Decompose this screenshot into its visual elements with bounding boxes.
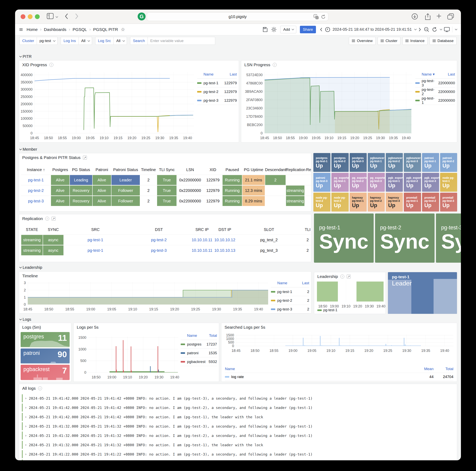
table-link[interactable]: 10.10.10.13: [213, 245, 236, 256]
breadcrumb-pgsql[interactable]: PGSQL: [73, 27, 87, 32]
downloads-icon[interactable]: [411, 13, 418, 20]
log-line[interactable]: ›2024-05-21 19:41:42.000 2024-05-21 19:4…: [22, 413, 454, 421]
sidebar-chevron-icon[interactable]: [55, 15, 57, 19]
view-database-button[interactable]: Database: [430, 37, 457, 45]
search-input[interactable]: [148, 37, 215, 45]
info-icon[interactable]: i: [38, 386, 42, 390]
clock-icon[interactable]: [325, 27, 330, 32]
table-link[interactable]: 10.10.10.12: [213, 235, 236, 245]
status-tile[interactable]: postgres pg-test-2Up: [331, 153, 348, 172]
table-row[interactable]: pg-test-2AliveRecoveryAliveFollower2True…: [21, 185, 311, 196]
time-forward-icon[interactable]: [418, 27, 422, 32]
log-ins-variable-label[interactable]: Log Ins: [61, 37, 79, 45]
legend-item[interactable]: pg-test-22: [271, 296, 309, 305]
log-src-variable-select[interactable]: All: [114, 37, 127, 45]
section-logs[interactable]: Logs: [19, 317, 31, 322]
forward-icon[interactable]: [75, 13, 79, 19]
log-line[interactable]: ›2024-05-21 19:41:42.000 2024-05-21 19:4…: [22, 394, 454, 402]
external-link-icon[interactable]: ↗: [83, 156, 87, 160]
legend-item[interactable]: pg-test-122000000: [415, 96, 455, 105]
favorite-star-icon[interactable]: ☆: [121, 27, 125, 32]
log-line[interactable]: ›2024-05-21 19:41:42.000 2024-05-21 19:4…: [22, 404, 454, 411]
table-link[interactable]: pg-test-2: [127, 235, 191, 245]
back-icon[interactable]: [64, 13, 69, 19]
log-src-variable-label[interactable]: Log Src: [95, 37, 114, 45]
table-link[interactable]: 10.10.10.11: [191, 245, 213, 256]
searched-logs-chart[interactable]: 18:4518:5018:5519:0019:0519:1019:1519:20…: [221, 325, 457, 364]
tab-overview-icon[interactable]: [447, 13, 454, 20]
status-tile[interactable]: haproxy pg-test-3Up: [386, 193, 403, 211]
legend-item[interactable]: postgres17237: [181, 340, 217, 349]
status-tile[interactable]: promtail pg-test-3Up: [440, 193, 457, 211]
leadership-chart[interactable]: 18:5019:0019:1019:2019:3019:40: [314, 272, 386, 314]
status-tile[interactable]: postgres pg-test-1Up: [313, 153, 330, 172]
log-line[interactable]: ›2024-05-21 19:41:32.000 2024-05-21 19:4…: [22, 432, 454, 439]
log-ins-variable-select[interactable]: All: [79, 37, 92, 45]
zoom-out-icon[interactable]: [424, 27, 429, 32]
sidebar-icon[interactable]: [47, 13, 53, 19]
status-tile[interactable]: pgb_exporter pg-test-2Up: [404, 173, 421, 192]
table-link[interactable]: pg-test-3: [21, 196, 51, 206]
legend-item[interactable]: pg-test-3122979: [197, 96, 237, 105]
view-instance-button[interactable]: Instance: [402, 37, 428, 45]
traffic-light-minimize[interactable]: [28, 14, 33, 19]
status-tile[interactable]: promtail pg-test-2Up: [422, 193, 439, 211]
add-button[interactable]: Add: [280, 26, 296, 33]
time-range[interactable]: 2024-05-21 18:44:47 to 2024-05-21 19:41:…: [333, 27, 412, 32]
legend-header[interactable]: NameLast: [197, 70, 237, 79]
status-tile[interactable]: patroni pg-test-3Up: [313, 173, 330, 192]
status-tile[interactable]: pgbouncer pg-test-2Up: [386, 153, 403, 172]
share-icon[interactable]: [425, 13, 431, 20]
menu-icon[interactable]: [19, 28, 23, 31]
sync-panel[interactable]: pg-test-3Sync: [436, 213, 461, 263]
status-tile[interactable]: node pg-test-1Up: [440, 173, 457, 192]
status-tile[interactable]: patroni pg-test-2Up: [440, 153, 457, 172]
sync-panel[interactable]: pg-test-2Sync: [375, 213, 435, 263]
time-back-icon[interactable]: [320, 27, 323, 32]
status-tile[interactable]: node pg-test-3Up: [331, 193, 348, 211]
cluster-variable-select[interactable]: pg-test: [37, 37, 57, 45]
search-variable-label[interactable]: Search: [130, 37, 148, 45]
translate-icon[interactable]: A文: [314, 14, 319, 19]
view-cluster-button[interactable]: Cluster: [378, 37, 400, 45]
status-tile[interactable]: pgb_exporter pg-test-3Up: [422, 173, 439, 192]
external-link-icon[interactable]: ↗: [51, 217, 55, 221]
view-overview-button[interactable]: Overview: [349, 37, 375, 45]
legend-item[interactable]: pgbackrest5932: [181, 357, 217, 366]
log-stat-tile[interactable]: pgbackrest7: [21, 365, 70, 380]
time-range-chevron-icon[interactable]: [414, 28, 417, 30]
log-stat-tile[interactable]: postgres11: [21, 332, 70, 347]
share-button[interactable]: Share: [300, 26, 316, 33]
log-line[interactable]: ›2024-05-21 19:41:32.000 2024-05-21 19:4…: [22, 422, 454, 430]
settings-gear-icon[interactable]: [271, 27, 277, 32]
status-tile[interactable]: pg_exporter pg-test-3Up: [368, 173, 385, 192]
section-member[interactable]: Member: [19, 147, 37, 152]
timeline-chart[interactable]: 18:4518:5018:5519:0019:0519:1019:1519:20…: [19, 272, 311, 313]
status-tile[interactable]: pgbouncer pg-test-3Up: [404, 153, 421, 172]
traffic-light-close[interactable]: [21, 14, 25, 19]
legend-item[interactable]: pg-test-12: [271, 287, 309, 296]
grammarly-extension-icon[interactable]: G: [138, 13, 146, 20]
table-link[interactable]: 10.10.10.11: [191, 235, 213, 245]
refresh-interval-chevron-icon[interactable]: [440, 28, 442, 30]
legend-item[interactable]: pg-test-1122979: [197, 79, 237, 87]
legend-item[interactable]: pg-test-222000000: [415, 87, 455, 96]
status-tile[interactable]: patroni pg-test-1Up: [422, 153, 439, 172]
collapse-header-chevron-icon[interactable]: [455, 28, 457, 30]
log-line[interactable]: ›2024-05-21 19:41:22.000 2024-05-21 19:4…: [22, 459, 454, 460]
save-dashboard-icon[interactable]: [262, 27, 268, 32]
table-row[interactable]: streamingasyncpg-test-1pg-test-210.10.10…: [21, 234, 311, 245]
traffic-light-zoom[interactable]: [35, 14, 40, 19]
legend-header[interactable]: Name ▾Last: [415, 70, 455, 79]
legend-header[interactable]: NameTotal: [181, 331, 217, 340]
reload-icon[interactable]: [321, 14, 326, 19]
legend-item[interactable]: log rate4424704: [225, 373, 453, 381]
log-line[interactable]: ›2024-05-21 19:41:32.000 2024-05-21 19:4…: [22, 441, 454, 449]
log-stat-tile[interactable]: patroni90: [21, 348, 70, 364]
status-tile[interactable]: node pg-test-2Up: [313, 193, 330, 211]
status-tile[interactable]: promtail pg-test-1Up: [404, 193, 421, 211]
table-header[interactable]: Instance ↑PostgresPG StatusPatroniPatron…: [21, 165, 311, 175]
tv-kiosk-icon[interactable]: [444, 27, 450, 32]
status-tile[interactable]: pg_exporter pg-test-2Up: [350, 173, 367, 192]
status-tile[interactable]: pg_exporter pg-test-1Up: [331, 173, 348, 192]
